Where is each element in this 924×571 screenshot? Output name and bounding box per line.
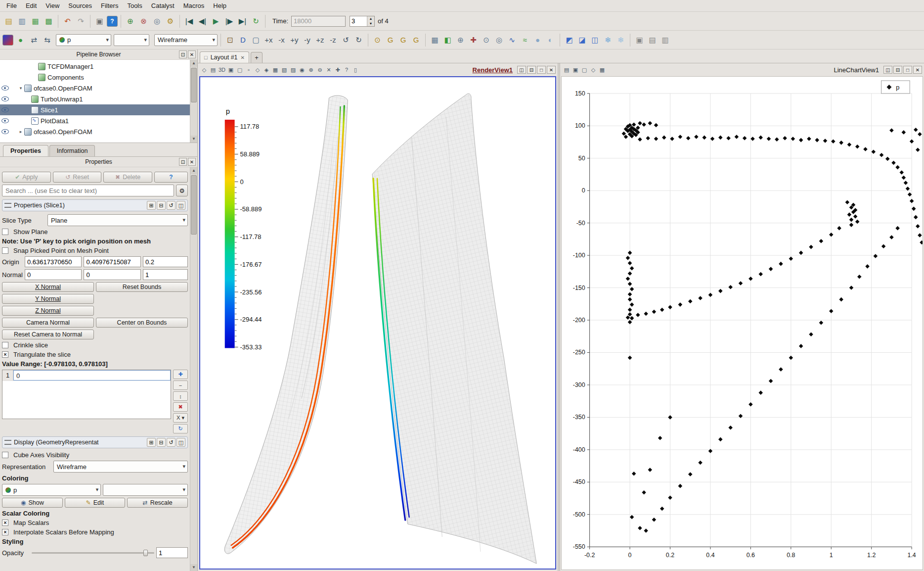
menu-sources[interactable]: Sources xyxy=(64,0,96,11)
show-color-legend-button[interactable]: ◉Show xyxy=(2,498,63,508)
rescale-button[interactable]: ⇄Rescale xyxy=(127,498,188,508)
view-help-icon[interactable]: ? xyxy=(342,65,351,74)
zoom-to-box-icon[interactable]: ▢ xyxy=(250,34,262,46)
y-normal-button[interactable]: Y Normal xyxy=(2,294,94,304)
edit-color-map-button[interactable]: ✎Edit xyxy=(65,498,126,508)
visibility-eye-icon[interactable] xyxy=(1,96,9,101)
tab-properties[interactable]: Properties xyxy=(3,145,48,156)
select-block-icon[interactable]: ▦ xyxy=(271,65,280,74)
origin-x-field[interactable] xyxy=(25,256,82,267)
slice-type-combo[interactable]: Plane xyxy=(47,214,188,226)
chart-view-title[interactable]: LineChartView1 xyxy=(830,66,883,74)
center-on-bounds-button[interactable]: Center on Bounds xyxy=(96,318,188,328)
visibility-eye-icon[interactable] xyxy=(1,118,9,123)
reset-camera-closest-icon[interactable]: G xyxy=(410,34,422,46)
pin-view-icon[interactable]: ◇ xyxy=(200,65,209,74)
3d-mode-icon[interactable]: 3D xyxy=(218,65,226,74)
copy-properties-icon[interactable]: ⊞ xyxy=(147,201,156,210)
rotate-camera-ccw-icon[interactable]: G xyxy=(384,34,396,46)
select-surface-cells-icon[interactable]: ◩ xyxy=(563,34,575,46)
select-cells-rect-icon[interactable]: ▢ xyxy=(235,65,244,74)
surface-lic-icon[interactable]: ∿ xyxy=(506,34,518,46)
paste-properties-icon[interactable]: ⊟ xyxy=(157,201,166,210)
coloring-array-combo[interactable]: p xyxy=(2,484,101,496)
delete-all-values-icon[interactable]: ✖ xyxy=(173,402,188,412)
save-file-icon[interactable]: ▥ xyxy=(16,15,28,27)
frame-up-icon[interactable]: ▲ xyxy=(367,16,374,21)
view-plus-z-icon[interactable]: +z xyxy=(314,34,326,46)
view-minus-y-icon[interactable]: -y xyxy=(301,34,313,46)
next-frame-icon[interactable]: |▶ xyxy=(223,15,235,27)
properties-scrollbar[interactable]: ▲ ▼ xyxy=(190,167,197,571)
reset-camera-to-normal-button[interactable]: Reset Camera to Normal xyxy=(2,330,94,339)
show-plane-row[interactable]: Show Plane xyxy=(2,228,188,236)
pipeline-item-slice1[interactable]: Slice1 xyxy=(0,104,190,115)
delete-view-icon[interactable]: ▯ xyxy=(351,65,360,74)
view-minus-z-icon[interactable]: -z xyxy=(327,34,339,46)
scroll-up-icon[interactable]: ▲ xyxy=(190,167,197,174)
section-display[interactable]: Display (GeometryRepresentat ⊞⊟↺◫ xyxy=(2,436,188,448)
cube-axes-checkbox[interactable] xyxy=(2,452,8,458)
slice-values-list[interactable]: 1 0 xyxy=(2,370,171,419)
save-screenshot-icon[interactable]: ▦ xyxy=(29,15,42,27)
visibility-eye-icon[interactable] xyxy=(1,86,9,91)
loop-icon[interactable]: ↻ xyxy=(250,15,262,27)
slice-value-cell[interactable]: 0 xyxy=(13,370,171,381)
tab-information[interactable]: Information xyxy=(49,145,95,156)
interpolate-row[interactable]: Interpolate Scalars Before Mapping xyxy=(2,528,188,536)
frame-down-icon[interactable]: ▼ xyxy=(367,21,374,26)
camera-undo-icon[interactable]: ▣ xyxy=(633,34,646,46)
shrink-selection-icon[interactable]: ⊖ xyxy=(315,65,324,74)
toggle-chart-options-icon[interactable]: ▦ xyxy=(598,65,607,74)
section-properties-slice1[interactable]: Properties (Slice1) ⊞⊟↺◫ xyxy=(2,199,188,211)
maximize-view-icon[interactable]: □ xyxy=(537,66,546,74)
menu-edit[interactable]: Edit xyxy=(21,0,41,11)
delete-button[interactable]: ✖Delete xyxy=(103,172,152,183)
crinkle-checkbox[interactable] xyxy=(2,342,8,348)
pick-center-icon[interactable]: ⊙ xyxy=(480,34,492,46)
representation-combo[interactable]: Wireframe xyxy=(154,34,218,46)
show-center-axes-icon[interactable]: ✚ xyxy=(467,34,480,46)
spreadsheet-view-icon[interactable]: ▦ xyxy=(429,34,441,46)
menu-filters[interactable]: Filters xyxy=(96,0,123,11)
pipeline-item-components[interactable]: Components xyxy=(0,72,190,83)
glyph-tool-icon[interactable]: ● xyxy=(531,34,544,46)
mesh-volume-icon[interactable]: ▥ xyxy=(659,34,671,46)
menu-help[interactable]: Help xyxy=(209,0,231,11)
origin-y-field[interactable] xyxy=(84,256,140,267)
help-icon[interactable]: ? xyxy=(107,16,118,27)
close-view-icon[interactable]: ✕ xyxy=(913,66,922,74)
redo-icon[interactable]: ↷ xyxy=(75,15,87,27)
frame-spinbox[interactable]: ▲▼ xyxy=(350,16,375,27)
edit-color-legend-icon[interactable]: ◧ xyxy=(441,34,454,46)
first-frame-icon[interactable]: |◀ xyxy=(183,15,195,27)
interactive-select-cells-icon[interactable]: ▧ xyxy=(280,65,289,74)
render-viewport[interactable]: p 117.7858.8890-58.889-117.78-176.67-235… xyxy=(199,76,556,570)
show-plane-checkbox[interactable] xyxy=(2,229,8,235)
restore-defaults-icon[interactable]: ↺ xyxy=(167,438,176,447)
rescale-to-data-range-icon[interactable]: ⇄ xyxy=(28,34,40,46)
zoom-to-data-icon[interactable]: D xyxy=(237,34,249,46)
add-value-icon[interactable]: ✚ xyxy=(173,370,188,379)
map-scal​ars-checkbox[interactable] xyxy=(2,520,8,526)
visibility-eye-icon[interactable] xyxy=(1,129,9,134)
restore-defaults-icon[interactable]: ↺ xyxy=(167,201,176,210)
pipeline-item-ofcase0-openfoam[interactable]: ▸ofcase0.OpenFOAM xyxy=(0,126,190,137)
select-points-poly-icon[interactable]: ◈ xyxy=(262,65,271,74)
triangulate-checkbox[interactable] xyxy=(2,351,8,358)
representation-props-combo[interactable]: Wireframe xyxy=(53,461,188,473)
remove-value-icon[interactable]: − xyxy=(173,381,188,390)
select-surface-points-icon[interactable]: ◪ xyxy=(576,34,588,46)
grow-selection-icon[interactable]: ⊕ xyxy=(307,65,315,74)
select-chart-rect-icon[interactable]: ▢ xyxy=(580,65,589,74)
hover-cells-icon[interactable]: ◉ xyxy=(298,65,307,74)
pipeline-item-tcfdmanager1[interactable]: TCFDManager1 xyxy=(0,61,190,72)
search-input[interactable] xyxy=(2,185,174,196)
capture-chart-icon[interactable]: ▣ xyxy=(571,65,580,74)
reset-button[interactable]: ↺Reset xyxy=(53,172,102,183)
layout-tab[interactable]: Layout #1 ✕ xyxy=(200,51,249,63)
camera-normal-button[interactable]: Camera Normal xyxy=(2,318,94,328)
search-options-button[interactable]: ⚙ xyxy=(176,185,188,196)
connect-icon[interactable]: ⊕ xyxy=(124,15,136,27)
split-vertical-icon[interactable]: ⊟ xyxy=(893,66,902,74)
